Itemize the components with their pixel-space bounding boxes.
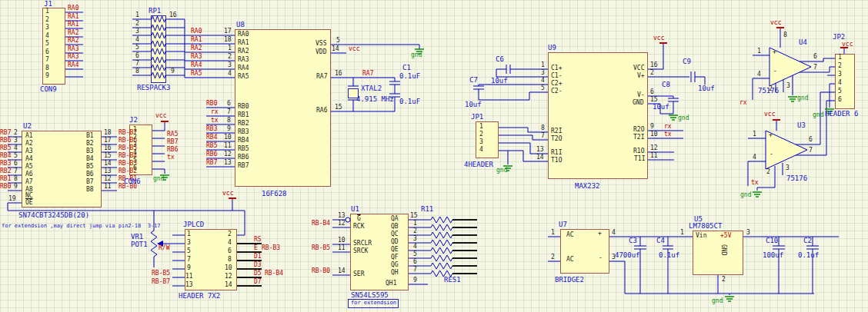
label-nm-rb6-56: RB6 bbox=[238, 154, 249, 161]
label-pin-3-215: 3 bbox=[187, 240, 191, 246]
label-pin-10-225: 10 bbox=[225, 265, 232, 271]
label-nm-b6-160: B6 bbox=[86, 171, 94, 178]
label-net-e-232: E bbox=[254, 245, 258, 251]
label-nm-ra1-45: RA1 bbox=[238, 40, 249, 46]
label-pin-4-110: 4 bbox=[541, 78, 545, 84]
label-net-rb0-179: RB0 bbox=[0, 184, 11, 190]
label-net-rb-b5-229: RB-B5 bbox=[152, 271, 170, 277]
label-des-10uf-135: 10uf bbox=[653, 104, 669, 111]
label-pin-10-83: 10 bbox=[224, 134, 232, 141]
label-net-rx-124: rx bbox=[664, 124, 672, 130]
label-pin-3-265: 3 bbox=[413, 236, 417, 242]
label-pin-17-37: 17 bbox=[224, 28, 232, 35]
label-des-c7-130: C7 bbox=[469, 77, 478, 84]
label-pin-5-5: 5 bbox=[45, 41, 49, 47]
label-net-rx-76: rx bbox=[211, 109, 219, 115]
label-nm-ra3-47: RA3 bbox=[238, 57, 249, 63]
label-nm-qh-255: QH bbox=[391, 270, 399, 276]
label-net-ra1-11: RA1 bbox=[68, 14, 78, 20]
label-net-tx-78: tx bbox=[211, 118, 219, 124]
label-net-ra5-207: RA5 bbox=[167, 131, 178, 138]
label-pin-2-315: 2 bbox=[769, 86, 773, 92]
label-net-ra0-31: RA0 bbox=[191, 28, 202, 35]
label-pin-7-314: 7 bbox=[813, 65, 817, 71]
label-nm-rb3-53: RB3 bbox=[238, 129, 249, 135]
label-pin-3-316: 3 bbox=[786, 83, 790, 89]
label-nm-vin-294: Vin bbox=[696, 233, 706, 239]
label-pin-5-24: 5 bbox=[135, 45, 139, 51]
label-pin-12-122: 12 bbox=[650, 145, 658, 151]
label-pin-1-108: 1 bbox=[541, 62, 545, 68]
label-nm-rb4-54: RB4 bbox=[238, 138, 249, 144]
label-net-vcc-196: vcc bbox=[222, 191, 233, 197]
label-nm-qc-250: QC bbox=[391, 231, 399, 237]
label-pin-1-214: 1 bbox=[187, 231, 191, 237]
label-des-c3-288: C3 bbox=[629, 237, 637, 244]
label-nm-a2-146: A2 bbox=[25, 141, 33, 147]
label-des-res1-275: RES1 bbox=[444, 277, 461, 284]
label-pin-14-261: 14 bbox=[338, 268, 346, 274]
label-net-tx-210: tx bbox=[167, 154, 175, 161]
label-net-tx-125: tx bbox=[664, 131, 672, 138]
label-net-rb0-74: RB0 bbox=[206, 101, 217, 107]
label-pin-4-222: 4 bbox=[228, 240, 232, 246]
label-pin-11-260: 11 bbox=[338, 245, 346, 251]
label-pin-12-258: 12 bbox=[338, 221, 346, 227]
label-pin-15-262: 15 bbox=[410, 213, 418, 219]
label-net-rb-b7-230: RB-B7 bbox=[152, 279, 170, 285]
label-nm-b8-162: B8 bbox=[86, 187, 94, 193]
label-gndt-gnd-211: gnd bbox=[153, 176, 164, 182]
label-nm-b4-158: B4 bbox=[86, 156, 94, 162]
label-nm-t2o-97: T2O bbox=[551, 136, 562, 142]
label-pin-3-140: 3 bbox=[479, 139, 483, 145]
label-pin-2-328: 2 bbox=[766, 169, 770, 175]
label-des-header7x2-241: HEADER 7X2 bbox=[179, 293, 220, 300]
label-pin-12-186: 12 bbox=[104, 176, 112, 182]
label-pin-16-182: 16 bbox=[104, 145, 112, 151]
label-pin-1-297: 1 bbox=[680, 230, 684, 236]
label-des-c9-132: C9 bbox=[683, 58, 691, 65]
label-pin-2-139: 2 bbox=[479, 131, 483, 138]
label-pin-6-268: 6 bbox=[413, 259, 417, 265]
label-net-ra4-17: RA4 bbox=[68, 62, 78, 68]
label-net-rb-b3-233: RB-B3 bbox=[262, 245, 280, 251]
label-net-vcc-333: vcc bbox=[842, 41, 853, 48]
label-nm-srck-246: SRCK bbox=[353, 248, 368, 254]
label-des-10uf-131: 10uf bbox=[465, 101, 482, 108]
label-pin-13-114: 13 bbox=[536, 147, 544, 153]
label-pin-2-264: 2 bbox=[413, 228, 417, 234]
label-des-c4-290: C4 bbox=[656, 237, 665, 244]
label-pin-12-87: 12 bbox=[224, 151, 232, 158]
label-pin-6-313: 6 bbox=[813, 54, 817, 60]
label-net-+5v-295: +5V bbox=[720, 233, 731, 239]
label-pin-3-336: 3 bbox=[838, 71, 842, 78]
label-net-ra0-10: RA0 bbox=[68, 5, 78, 12]
label-pin-8-169: 8 bbox=[14, 176, 18, 182]
label-pin-9-81: 9 bbox=[227, 126, 231, 132]
label-net-rb5-174: RB5 bbox=[0, 145, 11, 151]
label-des-lm7805ct-293: LM7805CT bbox=[689, 223, 722, 230]
label-pin-2-163: 2 bbox=[14, 130, 18, 136]
label-pin-14-227: 14 bbox=[225, 282, 232, 288]
label-nm-c2--95: C2- bbox=[551, 88, 562, 95]
label-nm---282: - bbox=[599, 255, 603, 261]
label-pin-6-326: 6 bbox=[809, 137, 813, 143]
label-des-max232-136: MAX232 bbox=[575, 183, 600, 190]
label-net-rb5-84: RB5 bbox=[206, 143, 217, 149]
label-pin-13-257: 13 bbox=[338, 213, 346, 219]
label-des-con9-18: CON9 bbox=[40, 86, 57, 93]
label-pin-1-311: 1 bbox=[757, 48, 761, 55]
label-des-xtal2-69: XTAL2 bbox=[361, 85, 382, 92]
label-pin-3-298: 3 bbox=[746, 230, 750, 236]
label-pin-8-79: 8 bbox=[227, 118, 231, 124]
label-des-c10-300: C10 bbox=[766, 237, 778, 244]
label-pin-9-218: 9 bbox=[187, 265, 191, 271]
label-net-vcc-323: vcc bbox=[764, 111, 775, 118]
label-pin-6-339: 6 bbox=[838, 97, 842, 103]
label-des-16f628-90: 16F628 bbox=[262, 191, 287, 197]
label-pin-1-334: 1 bbox=[838, 55, 842, 61]
label-net-rb3-176: RB3 bbox=[0, 161, 11, 167]
label-pin-4-23: 4 bbox=[135, 37, 139, 43]
label-pin-6-223: 6 bbox=[228, 248, 232, 254]
label-pin-1-263: 1 bbox=[413, 221, 417, 227]
